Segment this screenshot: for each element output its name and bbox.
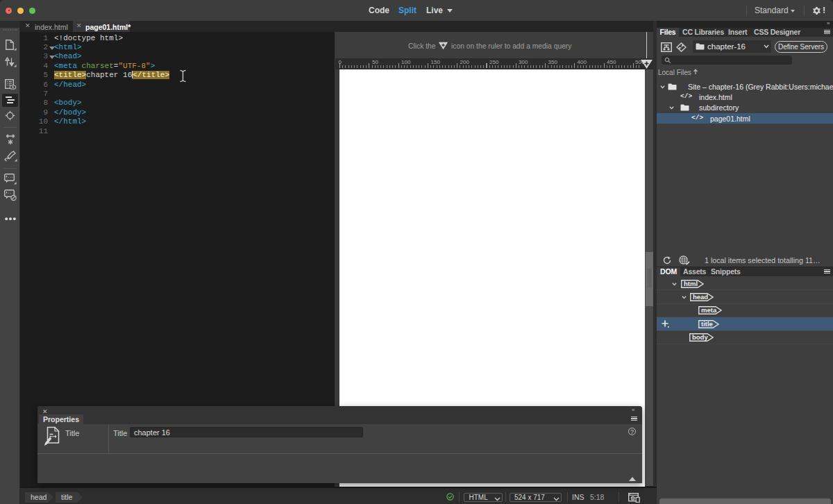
svg-text:body: body (692, 333, 708, 341)
svg-text:head: head (693, 293, 708, 301)
svg-text:title: title (701, 320, 713, 328)
svg-text:meta: meta (701, 306, 717, 314)
svg-text:html: html (684, 280, 698, 287)
